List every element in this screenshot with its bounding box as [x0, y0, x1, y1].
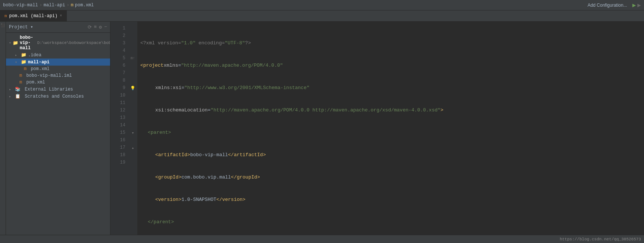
- debug-icon[interactable]: ▶: [637, 1, 641, 9]
- tree-label-iml: bobo-vip-mall.iml: [24, 73, 72, 78]
- tag-parent-close: </parent>: [148, 218, 174, 226]
- ln-10: 10: [110, 92, 128, 99]
- tree-item-scratches[interactable]: ▸ 📋 Scratches and Consoles: [6, 93, 110, 100]
- arrow-icon: ▾: [9, 41, 11, 45]
- attr-xsi: xmlns:xsi: [155, 84, 181, 92]
- tab-close-button[interactable]: ×: [60, 14, 62, 18]
- mall-api-folder-icon: 📁: [21, 59, 26, 65]
- code-editor[interactable]: 1 2 3 4 5 6 7 8 9 10 11 12 13 14 15 16 1…: [110, 22, 644, 235]
- val-version: 1.0-SNAPSHOT: [181, 196, 216, 203]
- main-content: ⬛ Project ▾ ⟳ ≡ ⚙ − ▾ 📁 bobo-vip-mall D:…: [0, 22, 644, 235]
- lib-icon: 📚: [15, 86, 21, 92]
- gutter-1: [128, 25, 137, 32]
- val-xmlns: "http://maven.apache.org/POM/4.0.0": [181, 62, 283, 69]
- ln-13: 13: [110, 114, 128, 122]
- val-schema: "http://maven.apache.org/POM/4.0.0 http:…: [210, 107, 440, 114]
- tag-version-open: <version>: [155, 196, 181, 203]
- ln-15: 15: [110, 129, 128, 136]
- ln-6: 6: [110, 62, 128, 69]
- tree-item-pom-xml-2[interactable]: m pom.xml: [6, 79, 110, 86]
- val-xsi: "http://www.w3.org/2001/XMLSchema-instan…: [184, 84, 309, 92]
- ln-7: 7: [110, 69, 128, 77]
- gutter-5: m↑: [128, 54, 137, 62]
- top-bar: bobo-vip-mall › mall-api › m pom.xml Add…: [0, 0, 644, 10]
- line-numbers: 1 2 3 4 5 6 7 8 9 10 11 12 13 14 15 16 1…: [110, 22, 128, 235]
- gutter-6: [128, 62, 137, 69]
- gutter-7: [128, 69, 137, 77]
- ln-11: 11: [110, 99, 128, 107]
- tree-item-bobo-vip-mall[interactable]: ▾ 📁 bobo-vip-mall D:\workspace\boboworks…: [6, 34, 110, 51]
- status-bar: https://blog.csdn.net/qq_38526573: [0, 235, 644, 243]
- ln-18: 18: [110, 151, 128, 159]
- sidebar: Project ▾ ⟳ ≡ ⚙ − ▾ 📁 bobo-vip-mall D:\w…: [6, 22, 110, 235]
- tree-item-iml[interactable]: m bobo-vip-mall.iml: [6, 72, 110, 79]
- ln-1: 1: [110, 25, 128, 32]
- code-line-9: </parent>: [140, 218, 644, 226]
- tree-item-external-libs[interactable]: ▸ 📚 External Libraries: [6, 86, 110, 93]
- tree-label-scratches: Scratches and Consoles: [22, 94, 84, 99]
- top-right: Add Configuration... ▶ ▶: [585, 1, 641, 9]
- folder-icon: 📁: [13, 40, 18, 46]
- xml-icon-2: m: [19, 80, 22, 85]
- tree-item-mall-api[interactable]: ▾ 📁 mall-api: [6, 59, 110, 66]
- tag-project-open: <project: [140, 62, 163, 69]
- sep2: ›: [66, 3, 69, 8]
- tag-project-gt: >: [441, 107, 444, 114]
- gutter-14: [128, 122, 137, 129]
- code-line-6: <artifactId>bobo-vip-mall</artifactId>: [140, 151, 644, 159]
- idea-folder-icon: 📁: [21, 52, 26, 58]
- left-strip: ⬛: [0, 22, 6, 235]
- ln-17: 17: [110, 144, 128, 151]
- breadcrumb-part3[interactable]: pom.xml: [75, 3, 94, 8]
- code-line-1: <?xml version="1.0" encoding="UTF-8"?>: [140, 40, 644, 47]
- settings-icon[interactable]: ⚙: [99, 24, 102, 30]
- sidebar-icons: ⟳ ≡ ⚙ −: [88, 24, 107, 30]
- tag-groupid-open: <groupId>: [155, 174, 181, 181]
- sidebar-tree: ▾ 📁 bobo-vip-mall D:\workspace\boboworks…: [6, 33, 110, 235]
- tree-label-pom-xml-1: pom.xml: [28, 66, 50, 72]
- arrow-icon-idea: ▸: [15, 53, 19, 57]
- tree-label-bobo-vip-mall: bobo-vip-mall: [20, 35, 33, 51]
- gutter-10: [128, 92, 137, 99]
- strip-icon-1: ⬛: [1, 23, 5, 28]
- tag-artifactid-open: <artifactId>: [155, 151, 190, 159]
- breadcrumb-part1[interactable]: bobo-vip-mall: [3, 3, 38, 8]
- breadcrumb-file-icon: m: [71, 3, 74, 8]
- gutter-12: [128, 107, 137, 114]
- gutter-9: 💡: [128, 84, 137, 92]
- arrow-icon-libs: ▸: [9, 87, 13, 92]
- ln-5: 5: [110, 54, 128, 62]
- add-configuration-button[interactable]: Add Configuration...: [585, 2, 629, 9]
- tab-bar: m pom.xml (mall-api) ×: [0, 10, 644, 22]
- gutter-2: [128, 32, 137, 40]
- tag-groupid-close: </groupId>: [231, 174, 260, 181]
- sep1: ›: [40, 3, 42, 8]
- tree-label-external-libs: External Libraries: [22, 87, 73, 92]
- sidebar-header: Project ▾ ⟳ ≡ ⚙ −: [6, 22, 110, 33]
- gutter-13: [128, 114, 137, 122]
- ln-16: 16: [110, 136, 128, 144]
- run-icons: ▶ ▶: [632, 1, 641, 9]
- gutter-18: [128, 151, 137, 159]
- ln-19: 19: [110, 159, 128, 166]
- gutter-4: [128, 47, 137, 54]
- gutter-8: [128, 77, 137, 84]
- tree-item-pom-xml-1[interactable]: m pom.xml: [6, 66, 110, 72]
- tree-path: D:\workspace\boboworkspace\bobo-: [35, 41, 110, 45]
- code-line-7: <groupId>com.bobo.vip.mall</groupId>: [140, 174, 644, 181]
- run-icon[interactable]: ▶: [632, 1, 636, 9]
- gutter-19: [128, 159, 137, 166]
- minimize-icon[interactable]: −: [104, 24, 107, 30]
- code-line-2: <project xmlns="http://maven.apache.org/…: [140, 62, 644, 69]
- breadcrumb-part2[interactable]: mall-api: [44, 3, 65, 8]
- tree-item-idea[interactable]: ▸ 📁 .idea: [6, 51, 110, 59]
- code-content[interactable]: <?xml version="1.0" encoding="UTF-8"?> <…: [137, 22, 644, 235]
- collapse-icon[interactable]: ≡: [94, 24, 97, 30]
- val-groupid: com.bobo.vip.mall: [181, 174, 231, 181]
- sync-icon[interactable]: ⟳: [88, 24, 92, 30]
- breadcrumb: bobo-vip-mall › mall-api › m pom.xml: [3, 3, 585, 8]
- tab-label: pom.xml (mall-api): [9, 13, 58, 19]
- ln-14: 14: [110, 122, 128, 129]
- tab-pom-xml[interactable]: m pom.xml (mall-api) ×: [0, 10, 67, 21]
- iml-icon: m: [19, 73, 22, 78]
